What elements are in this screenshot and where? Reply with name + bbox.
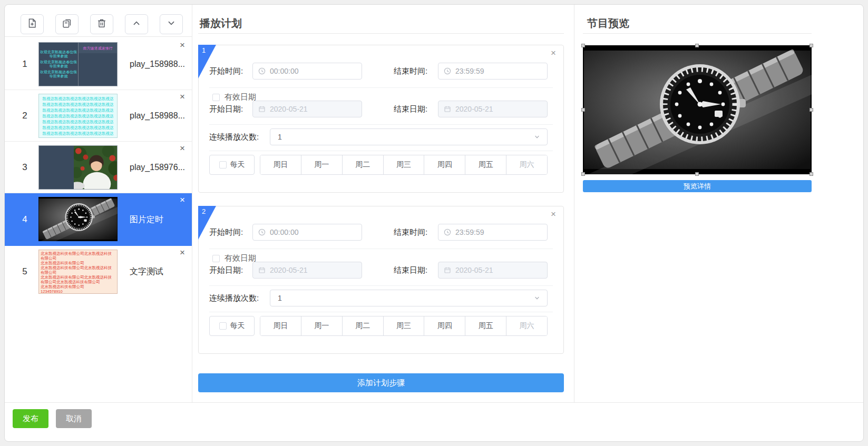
start-time-value: 00:00:00 (270, 67, 299, 75)
playlist-item-1[interactable]: 1 欢迎北京凯视达各位领导前来参观 欢迎北京凯视达各位领导前来参观 欢迎北京凯视… (5, 38, 192, 90)
remove-item-icon[interactable]: × (180, 41, 185, 49)
step-number: 2 (202, 207, 206, 215)
weekday-thu[interactable]: 周四 (424, 316, 465, 335)
weekday-thu[interactable]: 周四 (424, 155, 465, 174)
weekday-sun[interactable]: 周日 (260, 316, 301, 335)
card-divider (209, 124, 553, 125)
everyday-checkbox[interactable] (219, 322, 227, 330)
card-divider (209, 151, 553, 151)
cancel-button[interactable]: 取消 (56, 409, 92, 428)
resize-handle[interactable] (695, 44, 699, 47)
start-date-value: 2020-05-21 (270, 105, 308, 113)
weekday-wed[interactable]: 周三 (383, 316, 424, 335)
item-index: 5 (16, 246, 33, 298)
plan-title-divider (198, 33, 564, 34)
move-up-button[interactable] (125, 14, 148, 34)
item-label: 图片定时 (130, 193, 163, 246)
weekday-mon[interactable]: 周一 (301, 155, 342, 174)
add-item-button[interactable] (21, 14, 44, 34)
play-count-select[interactable]: 1 (270, 290, 548, 306)
start-date-input[interactable]: 2020-05-21 (252, 262, 362, 279)
thumb-right-column: 南方隧道减速慢行 (78, 43, 117, 86)
start-date-input[interactable]: 2020-05-21 (252, 101, 362, 117)
weekday-group: 周日 周一 周二 周三 周四 周五 周六 (260, 155, 548, 175)
resize-handle[interactable] (581, 172, 585, 176)
delete-item-button[interactable] (90, 14, 113, 34)
thumb-text-line: 北京凯视达科技有限公司 (41, 284, 115, 289)
move-down-button[interactable] (160, 14, 183, 34)
resize-handle[interactable] (810, 44, 813, 47)
everyday-checkbox[interactable] (219, 161, 227, 169)
preview-detail-button[interactable]: 预览详情 (583, 180, 812, 192)
thumb-text-line: 南方隧道减速慢行 (79, 43, 117, 53)
preview-title: 节目预览 (587, 16, 629, 31)
thumb-text-line: 1234578910 (41, 289, 115, 294)
weekday-mon[interactable]: 周一 (301, 316, 342, 335)
resize-handle[interactable] (810, 172, 813, 176)
valid-date-checkbox[interactable] (212, 255, 220, 262)
preview-title-divider (583, 33, 812, 34)
weekday-sun[interactable]: 周日 (260, 155, 301, 174)
playlist-item-5[interactable]: 5 北京凯视达科技有限公司北京凯视达科技有限公司 北京凯视达科技有限公司 北京凯… (5, 246, 192, 298)
weekday-group: 周日 周一 周二 周三 周四 周五 周六 (260, 316, 548, 336)
everyday-label: 每天 (230, 321, 245, 331)
weekday-tue[interactable]: 周二 (342, 155, 383, 174)
weekday-fri[interactable]: 周五 (465, 155, 506, 174)
playlist-item-3[interactable]: 3 play_158976... × (5, 142, 192, 193)
publish-button[interactable]: 发布 (13, 409, 48, 428)
clock-icon (258, 229, 266, 236)
remove-step-icon[interactable]: × (551, 48, 556, 57)
everyday-checkbox-row[interactable]: 每天 (209, 316, 255, 336)
playlist-item-4-selected[interactable]: 4 图片定时 × (5, 193, 192, 246)
everyday-checkbox-row[interactable]: 每天 (209, 155, 255, 175)
calendar-icon (258, 105, 266, 113)
item-label: play_158976... (130, 142, 185, 193)
playlist-item-2[interactable]: 2 凯视达凯视达凯视达凯视达凯视达凯视达 凯视达凯视达凯视达凯视达凯视达凯视达 … (5, 90, 192, 142)
weekday-sat[interactable]: 周六 (506, 155, 547, 174)
end-date-value: 2020-05-21 (455, 105, 493, 113)
card-divider (209, 87, 553, 88)
weekday-sat[interactable]: 周六 (506, 316, 547, 335)
start-time-input[interactable]: 00:00:00 (252, 63, 362, 80)
step-number: 1 (202, 46, 206, 54)
item-label: play_158988... (130, 38, 185, 90)
resize-handle[interactable] (810, 108, 813, 112)
toolbar-divider (5, 36, 192, 37)
end-date-input[interactable]: 2020-05-21 (438, 262, 548, 279)
remove-item-icon[interactable]: × (180, 195, 185, 204)
resize-handle[interactable] (581, 108, 585, 112)
remove-step-icon[interactable]: × (551, 210, 556, 219)
end-time-input[interactable]: 23:59:59 (438, 63, 548, 80)
thumb-text-line: 欢迎北京凯视达各位领导前来参观 (40, 60, 77, 68)
thumb-text-line: 凯视达凯视达凯视达凯视达凯视达凯视达 (39, 102, 117, 107)
thumb-blank-region (39, 146, 74, 189)
remove-item-icon[interactable]: × (180, 144, 185, 153)
weekday-wed[interactable]: 周三 (383, 155, 424, 174)
thumb-text-line: 凯视达凯视达凯视达凯视达凯视达凯视达 (39, 131, 117, 136)
start-time-value: 00:00:00 (270, 228, 299, 236)
card-divider (209, 249, 553, 249)
weekday-fri[interactable]: 周五 (465, 316, 506, 335)
play-count-label: 连续播放次数: (209, 128, 259, 145)
remove-item-icon[interactable]: × (180, 92, 185, 101)
end-time-input[interactable]: 23:59:59 (438, 224, 548, 241)
resize-handle[interactable] (695, 172, 699, 176)
end-time-label: 结束时间: (394, 63, 427, 80)
plan-preview-divider (574, 5, 574, 402)
thumb-text-line: 北京凯视达科技有限公司北京凯视达科技有限公司 (41, 251, 115, 261)
remove-item-icon[interactable]: × (180, 248, 185, 257)
everyday-label: 每天 (230, 160, 245, 170)
weekday-tue[interactable]: 周二 (342, 316, 383, 335)
start-time-input[interactable]: 00:00:00 (252, 224, 362, 241)
item-thumbnail: 凯视达凯视达凯视达凯视达凯视达凯视达 凯视达凯视达凯视达凯视达凯视达凯视达 凯视… (38, 94, 118, 138)
play-count-value: 1 (278, 294, 282, 302)
add-plan-step-button[interactable]: 添加计划步骤 (198, 373, 564, 392)
valid-date-checkbox[interactable] (212, 94, 220, 101)
play-count-select[interactable]: 1 (270, 128, 548, 145)
resize-handle[interactable] (581, 44, 585, 47)
end-date-input[interactable]: 2020-05-21 (438, 101, 548, 117)
program-preview-image (583, 45, 812, 174)
thumb-text-line: 凯视达凯视达凯视达凯视达凯视达凯视达 (39, 107, 117, 113)
copy-item-button[interactable] (55, 14, 79, 34)
end-time-value: 23:59:59 (455, 228, 484, 236)
